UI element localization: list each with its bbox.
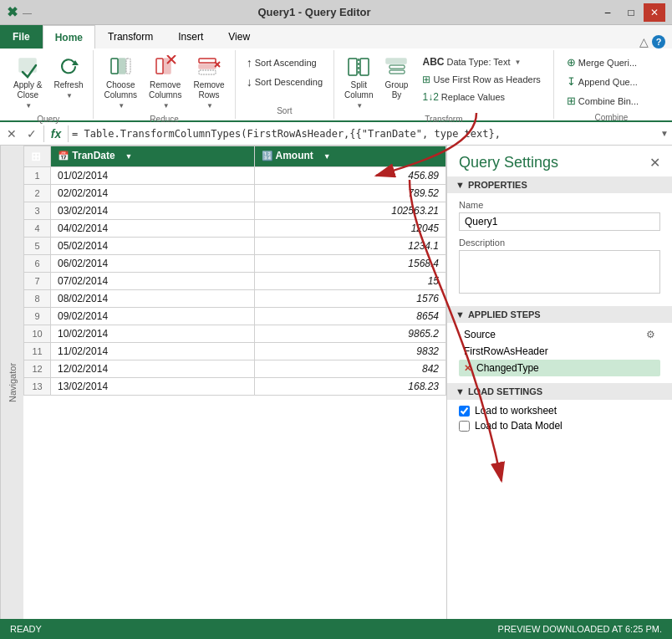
qs-description-label: Description — [459, 238, 660, 248]
formula-fx-button[interactable]: fx — [48, 125, 64, 142]
row-num: 1 — [24, 167, 51, 185]
load-to-data-model-checkbox[interactable] — [459, 421, 470, 432]
qs-load-settings-header: ▼ LOAD SETTINGS — [447, 383, 672, 400]
step-source-gear[interactable]: ⚙ — [646, 329, 655, 340]
step-changed-type[interactable]: ✕ ChangedType — [459, 360, 660, 376]
step-first-row[interactable]: FirstRowAsHeader — [459, 343, 660, 360]
replace-values-icon: 1↓2 — [422, 91, 438, 103]
load-to-data-model-row[interactable]: Load to Data Model — [459, 418, 660, 433]
data-type-dropdown: ▼ — [515, 59, 522, 66]
amount-cell: 1576 — [254, 290, 445, 308]
sort-desc-icon: ↓ — [247, 75, 252, 89]
qs-name-input[interactable] — [459, 212, 660, 231]
tab-insert[interactable]: Insert — [165, 25, 216, 49]
use-first-row-icon: ⊞ — [422, 74, 430, 85]
date-cell: 01/02/2014 — [51, 167, 255, 185]
date-cell: 05/02/2014 — [51, 238, 255, 255]
amount-cell: 456.89 — [254, 167, 445, 185]
amount-filter-icon[interactable]: ▼ — [319, 150, 334, 163]
apply-close-button[interactable]: Apply &Close ▼ — [8, 52, 47, 113]
replace-values-button[interactable]: 1↓2 Replace Values — [418, 89, 544, 105]
qs-description-input[interactable] — [459, 250, 660, 294]
formula-bar: ✕ ✓ fx ▼ — [0, 122, 672, 146]
svg-rect-17 — [386, 59, 406, 64]
table-row: 3 03/02/2014 102563.21 — [24, 202, 446, 220]
merge-queries-button[interactable]: ⊕ Merge Queri... — [563, 54, 643, 71]
split-column-dropdown: ▼ — [356, 102, 363, 110]
append-queries-button[interactable]: ↧ Append Que... — [563, 73, 643, 90]
append-queries-label: Append Que... — [578, 77, 638, 87]
row-num: 4 — [24, 220, 51, 238]
refresh-dropdown: ▼ — [66, 92, 73, 100]
remove-rows-button[interactable]: RemoveRows ▼ — [188, 52, 229, 113]
amount-cell: 8654 — [254, 308, 445, 325]
apply-close-dropdown: ▼ — [25, 102, 32, 110]
row-num: 13 — [24, 378, 51, 396]
data-type-button[interactable]: ABC Data Type: Text ▼ — [418, 54, 544, 70]
formula-input[interactable] — [72, 128, 657, 140]
refresh-label: Refresh — [53, 80, 83, 90]
use-first-row-button[interactable]: ⊞ Use First Row as Headers — [418, 71, 544, 88]
step-source[interactable]: Source ⚙ — [459, 326, 660, 343]
properties-label: PROPERTIES — [468, 180, 527, 190]
maximize-button[interactable]: □ — [620, 3, 642, 22]
table-row: 2 02/02/2014 789.52 — [24, 185, 446, 202]
qs-close-button[interactable]: ✕ — [649, 155, 660, 171]
col-header-trandate[interactable]: 📅 TranDate ▼ — [51, 146, 255, 167]
tab-home[interactable]: Home — [43, 25, 95, 49]
amount-cell: 1234.1 — [254, 238, 445, 255]
combine-binaries-button[interactable]: ⊞ Combine Bin... — [563, 92, 643, 110]
remove-columns-button[interactable]: RemoveColumns ▼ — [144, 52, 186, 113]
status-left: READY — [10, 624, 42, 634]
amount-cell: 9865.2 — [254, 325, 445, 343]
amount-cell: 9832 — [254, 343, 445, 360]
window-icon-dash: — — [23, 8, 32, 18]
group-by-button[interactable]: GroupBy — [379, 52, 413, 104]
ribbon-tabs: File Home Transform Insert View △ ? — [0, 25, 672, 49]
svg-rect-3 — [119, 59, 125, 74]
sort-desc-button[interactable]: ↓ Sort Descending — [242, 73, 327, 91]
trandate-filter-icon[interactable]: ▼ — [121, 150, 136, 163]
data-type-icon: ABC — [422, 56, 444, 68]
formula-expand-button[interactable]: ▼ — [660, 129, 669, 138]
svg-rect-9 — [199, 59, 216, 63]
help-icon[interactable]: ? — [652, 35, 665, 49]
table-row: 12 12/02/2014 842 — [24, 360, 446, 378]
amount-col-icon: 🔢 — [262, 151, 273, 161]
combine-buttons: ⊕ Merge Queri... ↧ Append Que... ⊞ Combi… — [559, 52, 646, 111]
formula-cancel-button[interactable]: ✕ — [3, 125, 20, 142]
sort-asc-button[interactable]: ↑ Sort Ascending — [242, 54, 321, 72]
minimize-button[interactable]: – — [597, 3, 619, 22]
ribbon-group-reduce-label: Reduce — [99, 115, 229, 124]
apply-close-icon — [16, 55, 39, 79]
load-to-worksheet-checkbox[interactable] — [459, 406, 470, 417]
applied-steps-collapse-icon: ▼ — [456, 309, 465, 320]
formula-accept-button[interactable]: ✓ — [23, 125, 40, 142]
step-source-label: Source — [464, 329, 496, 340]
col-header-amount[interactable]: 🔢 Amount ▼ — [254, 146, 445, 167]
tab-transform[interactable]: Transform — [95, 25, 165, 49]
navigator-label: Navigator — [8, 362, 18, 401]
amount-cell: 102563.21 — [254, 202, 445, 220]
choose-columns-button[interactable]: ChooseColumns ▼ — [99, 52, 141, 113]
load-to-worksheet-row[interactable]: Load to worksheet — [459, 403, 660, 418]
split-column-button[interactable]: SplitColumn ▼ — [339, 52, 378, 113]
ribbon-group-transform-label: Transform — [339, 115, 548, 124]
svg-rect-14 — [349, 59, 357, 75]
title-bar-left: ✖ — — [7, 4, 32, 20]
close-button[interactable]: ✕ — [644, 3, 665, 22]
data-area: ⊞ 📅 TranDate ▼ 🔢 Amount ▼ 1 01/ — [23, 146, 446, 619]
tab-view[interactable]: View — [216, 25, 262, 49]
tab-file[interactable]: File — [0, 25, 43, 49]
row-num: 2 — [24, 185, 51, 202]
group-by-label: GroupBy — [385, 80, 409, 100]
table-corner-icon: ⊞ — [31, 150, 41, 163]
query-settings-panel: Query Settings ✕ ▼ PROPERTIES Name Descr… — [446, 146, 672, 619]
combine-binaries-icon: ⊞ — [567, 95, 576, 107]
split-column-label: SplitColumn — [344, 80, 373, 100]
refresh-button[interactable]: Refresh ▼ — [48, 52, 88, 103]
table-row: 13 13/02/2014 168.23 — [24, 378, 446, 396]
qs-title: Query Settings — [459, 154, 558, 171]
collapse-ribbon-icon[interactable]: △ — [639, 35, 649, 49]
amount-cell: 15 — [254, 273, 445, 290]
